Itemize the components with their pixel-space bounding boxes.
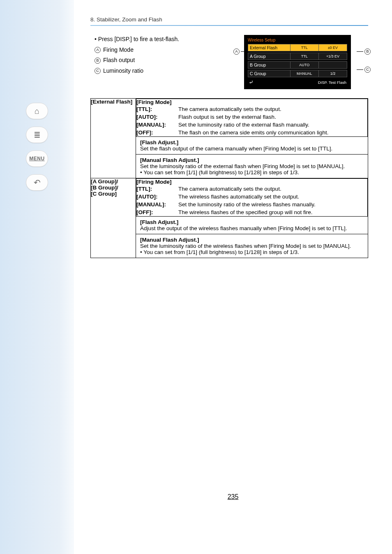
figure-row: External Flash TTL ±0 EV <box>248 44 347 51</box>
grp-mfa-body: Set the luminosity ratio of the wireless… <box>140 243 364 249</box>
grp-mfa-note: • You can set from [1/1] (full brightnes… <box>140 249 364 255</box>
manual-key-2: [MANUAL]: <box>136 201 174 208</box>
ext-ttl-desc: The camera automatically sets the output… <box>178 106 281 112</box>
fig-row-mode: TTL <box>291 53 319 60</box>
legend-a-badge: A <box>95 47 101 53</box>
ext-mfa-head: [Manual Flash Adjust.] <box>140 157 364 163</box>
group-label-a: [A Group]/ <box>91 178 136 185</box>
fig-row-out <box>319 61 347 69</box>
fig-row-out: 1/2 <box>319 70 347 77</box>
external-flash-label: [External Flash] <box>91 99 136 178</box>
grp-fa-body: Adjust the output of the wireless flashe… <box>140 225 364 231</box>
annotation-b: B <box>357 48 371 55</box>
ext-mfa-body: Set the luminosity ratio of the external… <box>140 163 364 169</box>
intro-bullet: • Press [DISP.] to fire a test-flash. <box>95 35 226 44</box>
fig-row-name: A Group <box>248 53 291 60</box>
figure-title: Wireless Setup <box>248 38 347 42</box>
menu-button[interactable]: MENU <box>26 150 48 167</box>
manual-key: [MANUAL]: <box>136 122 174 128</box>
figure-back-icon: ⤶ <box>249 79 254 85</box>
legend-c-text: Luminosity ratio <box>103 67 143 76</box>
settings-table: [External Flash] [Firing Mode] [TTL]:The… <box>90 98 368 258</box>
annotation-c-badge: C <box>364 67 371 73</box>
grp-manual-desc: Set the luminosity ratio of the wireless… <box>178 201 316 208</box>
fig-row-mode: MANUAL <box>291 70 319 77</box>
ext-auto-desc: Flash output is set by the external flas… <box>178 114 276 120</box>
wireless-setup-figure: Wireless Setup External Flash TTL ±0 EV … <box>244 35 351 89</box>
figure-row: C Group MANUAL 1/2 <box>248 70 347 77</box>
auto-key-2: [AUTO]: <box>136 194 174 200</box>
off-key: [OFF]: <box>136 129 174 136</box>
legend-b-text: Flash output <box>103 56 135 65</box>
annotation-a-badge: A <box>233 48 240 55</box>
content-area: 8. Stabilizer, Zoom and Flash • Press [D… <box>74 0 392 554</box>
page-number: 235 <box>74 493 392 501</box>
fig-row-name: B Group <box>248 61 291 69</box>
menu-label: MENU <box>29 156 44 162</box>
grp-ttl-desc: The camera automatically sets the output… <box>178 186 281 192</box>
annotation-a: A <box>233 48 247 55</box>
figure-foot-label: DISP. Test Flash <box>318 80 346 85</box>
grp-off-desc: The wireless flashes of the specified gr… <box>178 209 312 215</box>
toc-icon[interactable]: ≣ <box>26 127 48 143</box>
back-glyph: ↶ <box>34 178 41 187</box>
grp-auto-desc: The wireless flashes automatically set t… <box>178 194 299 200</box>
fig-row-name: C Group <box>248 70 291 77</box>
fig-row-out: +1/3 EV <box>319 53 347 60</box>
legend-b-badge: B <box>95 58 101 64</box>
grp-fa-head: [Flash Adjust.] <box>140 219 364 225</box>
home-glyph: ⌂ <box>35 106 39 116</box>
off-key-2: [OFF]: <box>136 209 174 215</box>
figure-row: B Group AUTO <box>248 61 347 69</box>
fig-row-name: External Flash <box>248 44 291 51</box>
group-label: [A Group]/ [B Group]/ [C Group] <box>91 178 136 258</box>
firing-mode-head-2: [Firing Mode] <box>136 179 367 185</box>
group-label-b: [B Group]/ <box>91 185 136 191</box>
fig-row-mode: AUTO <box>291 61 319 69</box>
annotation-c: C <box>357 67 371 73</box>
ttl-key: [TTL]: <box>136 106 174 112</box>
ext-manual-desc: Set the luminosity ratio of the external… <box>178 122 309 128</box>
ext-mfa-note: • You can set from [1/1] (full brightnes… <box>140 169 364 175</box>
toc-glyph: ≣ <box>34 130 41 140</box>
grp-mfa-head: [Manual Flash Adjust.] <box>140 237 364 243</box>
group-label-c: [C Group] <box>91 191 136 197</box>
annotation-b-badge: B <box>364 48 371 55</box>
figure-wrap: A B C Wireless Setup External Flash <box>233 35 368 89</box>
ttl-key-2: [TTL]: <box>136 186 174 192</box>
legend-c-badge: C <box>95 68 101 74</box>
breadcrumb: 8. Stabilizer, Zoom and Flash <box>90 16 368 23</box>
ext-fa-head: [Flash Adjust.] <box>140 139 364 145</box>
legend-a-text: Firing Mode <box>103 46 134 55</box>
home-icon[interactable]: ⌂ <box>26 103 48 119</box>
firing-mode-head: [Firing Mode] <box>136 99 367 105</box>
ext-off-desc: The flash on the camera side emits only … <box>178 129 328 136</box>
back-icon[interactable]: ↶ <box>26 174 48 191</box>
fig-row-mode: TTL <box>291 44 319 51</box>
header-rule <box>90 25 368 26</box>
intro-block: • Press [DISP.] to fire a test-flash. A … <box>90 35 226 76</box>
figure-row: A Group TTL +1/3 EV <box>248 53 347 60</box>
ext-fa-body: Set the flash output of the camera manua… <box>140 145 364 152</box>
auto-key: [AUTO]: <box>136 114 174 120</box>
sidebar: ⌂ ≣ MENU ↶ <box>0 0 74 554</box>
fig-row-out: ±0 EV <box>319 44 347 51</box>
